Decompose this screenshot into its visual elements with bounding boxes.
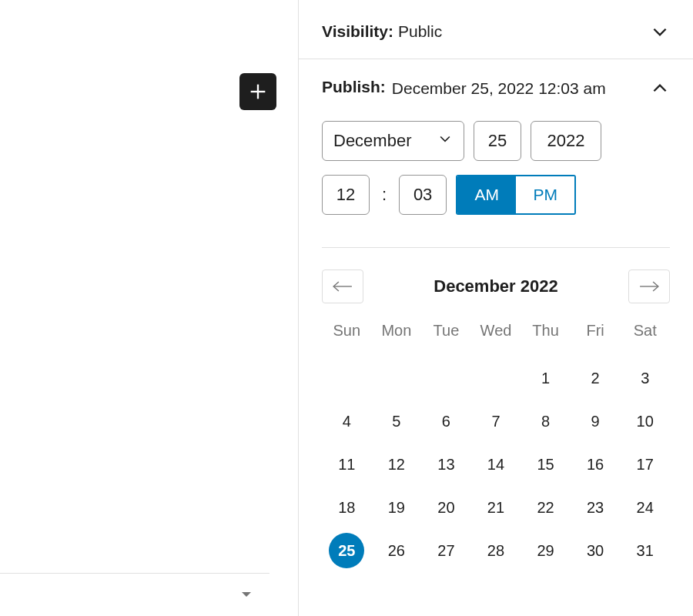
chevron-down-icon	[650, 22, 670, 42]
next-month-button[interactable]	[628, 270, 670, 303]
visibility-toggle[interactable]	[650, 22, 670, 42]
settings-sidebar: Visibility:Public Publish: December 25, …	[298, 0, 693, 616]
minute-input[interactable]: 03	[399, 175, 447, 215]
calendar-dow: Tue	[421, 322, 471, 357]
calendar-day[interactable]: 19	[372, 486, 422, 529]
calendar-dow: Wed	[471, 322, 521, 357]
pm-label: PM	[533, 186, 557, 204]
calendar-day[interactable]: 16	[571, 443, 621, 486]
calendar-day[interactable]: 10	[620, 400, 670, 443]
hour-input[interactable]: 12	[322, 175, 370, 215]
day-input-value: 25	[488, 131, 507, 151]
arrow-right-icon	[636, 280, 662, 293]
calendar-day[interactable]: 27	[421, 529, 471, 572]
collapse-panel-button[interactable]	[237, 585, 256, 607]
editor-canvas-area	[0, 0, 298, 616]
hour-input-value: 12	[336, 185, 355, 205]
plus-icon	[247, 81, 269, 102]
year-input[interactable]: 2022	[531, 121, 601, 161]
calendar-day[interactable]: 5	[372, 400, 422, 443]
date-row: December 25 2022	[322, 121, 670, 161]
calendar-dow: Sat	[620, 322, 670, 357]
calendar-header: December 2022	[322, 270, 670, 303]
minute-input-value: 03	[413, 185, 432, 205]
calendar-blank	[471, 357, 521, 400]
calendar-day[interactable]: 25	[322, 529, 372, 572]
day-input[interactable]: 25	[474, 121, 521, 161]
calendar-day[interactable]: 14	[471, 443, 521, 486]
calendar-blank	[322, 357, 372, 400]
calendar-day[interactable]: 17	[620, 443, 670, 486]
calendar-day[interactable]: 11	[322, 443, 372, 486]
am-option[interactable]: AM	[457, 176, 516, 213]
calendar-day[interactable]: 4	[322, 400, 372, 443]
footer-divider	[0, 573, 270, 574]
visibility-value: Public	[398, 22, 442, 40]
chevron-down-icon	[437, 131, 453, 151]
calendar-dow: Thu	[521, 322, 571, 357]
publish-label: Publish:	[322, 78, 386, 96]
calendar-dow: Sun	[322, 322, 372, 357]
datetime-controls: December 25 2022 12 : 03 AM PM	[299, 107, 693, 247]
calendar-day[interactable]: 24	[620, 486, 670, 529]
calendar-day[interactable]: 26	[372, 529, 422, 572]
calendar-month-title: December 2022	[363, 276, 628, 296]
month-select-value: December	[333, 131, 411, 151]
calendar-day[interactable]: 31	[620, 529, 670, 572]
calendar-day[interactable]: 23	[571, 486, 621, 529]
visibility-label: Visibility:	[322, 22, 393, 40]
am-label: AM	[474, 186, 499, 204]
visibility-text: Visibility:Public	[322, 22, 442, 41]
calendar-day[interactable]: 7	[471, 400, 521, 443]
arrow-left-icon	[330, 280, 356, 293]
chevron-up-icon	[650, 79, 670, 99]
calendar-day[interactable]: 9	[571, 400, 621, 443]
calendar-grid: SunMonTueWedThuFriSat1234567891011121314…	[322, 322, 670, 572]
calendar-day[interactable]: 21	[471, 486, 521, 529]
calendar-day[interactable]: 22	[521, 486, 571, 529]
add-block-button[interactable]	[239, 73, 276, 110]
time-colon: :	[379, 185, 390, 205]
ampm-toggle: AM PM	[456, 175, 576, 215]
calendar-day[interactable]: 29	[521, 529, 571, 572]
calendar-blank	[372, 357, 422, 400]
year-input-value: 2022	[547, 131, 585, 151]
calendar-day[interactable]: 12	[372, 443, 422, 486]
pm-option[interactable]: PM	[516, 176, 574, 213]
month-select[interactable]: December	[322, 121, 464, 161]
visibility-section[interactable]: Visibility:Public	[299, 8, 693, 59]
calendar-blank	[421, 357, 471, 400]
caret-down-icon	[237, 585, 256, 604]
calendar-day[interactable]: 2	[571, 357, 621, 400]
prev-month-button[interactable]	[322, 270, 363, 303]
calendar-day[interactable]: 30	[571, 529, 621, 572]
calendar-day[interactable]: 28	[471, 529, 521, 572]
publish-toggle[interactable]	[650, 79, 670, 99]
calendar-day[interactable]: 15	[521, 443, 571, 486]
calendar-dow: Fri	[571, 322, 621, 357]
publish-datetime: December 25, 2022 12:03 am	[392, 78, 606, 99]
calendar-dow: Mon	[372, 322, 422, 357]
calendar-day[interactable]: 1	[521, 357, 571, 400]
calendar-day[interactable]: 3	[620, 357, 670, 400]
calendar-day[interactable]: 13	[421, 443, 471, 486]
calendar-day[interactable]: 6	[421, 400, 471, 443]
publish-text: Publish: December 25, 2022 12:03 am	[322, 78, 606, 99]
calendar-day[interactable]: 20	[421, 486, 471, 529]
calendar-day[interactable]: 8	[521, 400, 571, 443]
calendar: December 2022 SunMonTueWedThuFriSat12345…	[299, 248, 693, 572]
publish-section-header[interactable]: Publish: December 25, 2022 12:03 am	[299, 59, 693, 107]
time-row: 12 : 03 AM PM	[322, 175, 670, 215]
calendar-day[interactable]: 18	[322, 486, 372, 529]
